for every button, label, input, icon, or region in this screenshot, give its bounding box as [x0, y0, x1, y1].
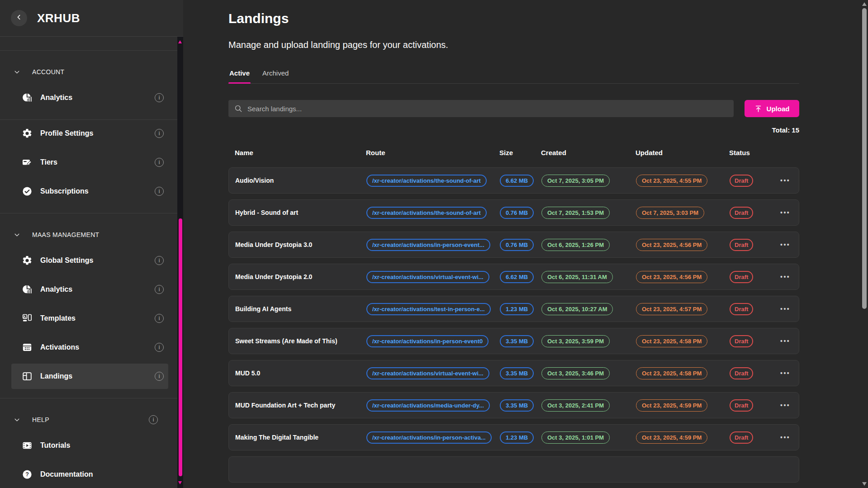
- status-badge: Draft: [730, 399, 753, 412]
- updated-badge: Oct 23, 2025, 4:59 PM: [636, 399, 707, 412]
- table-row[interactable]: Media Under Dystopia 2.0/xr-creator/acti…: [228, 264, 799, 290]
- scroll-down-arrow[interactable]: [178, 481, 182, 484]
- column-header-size: Size: [499, 149, 541, 156]
- cell-updated: Oct 23, 2025, 4:56 PM: [636, 271, 730, 283]
- column-header-route: Route: [366, 149, 499, 156]
- sidebar-header: XRHUB: [0, 0, 183, 37]
- more-options-button[interactable]: •••: [779, 337, 791, 345]
- more-options-button[interactable]: •••: [779, 273, 791, 281]
- more-options-button[interactable]: •••: [779, 401, 791, 409]
- page-scrollbar[interactable]: [860, 0, 868, 488]
- more-options-button[interactable]: •••: [779, 176, 791, 185]
- sidebar-item-subscriptions[interactable]: Subscriptionsi: [11, 179, 168, 204]
- route-badge[interactable]: /xr-creator/activations/in-person-event.…: [366, 239, 490, 251]
- cell-status: Draft: [730, 239, 779, 251]
- sidebar-item-activations[interactable]: Activationsi: [11, 335, 168, 360]
- upload-button[interactable]: Upload: [745, 100, 799, 117]
- more-options-button[interactable]: •••: [779, 369, 791, 377]
- route-badge[interactable]: /xr-creator/activations/in-person-activa…: [366, 431, 492, 444]
- route-badge[interactable]: /xr-creator/activations/virtual-event-wi…: [366, 367, 489, 379]
- sidebar-item-landings[interactable]: Landingsi: [11, 364, 168, 389]
- cell-size: 3.35 MB: [500, 367, 541, 379]
- question-circle-icon: ?: [21, 469, 33, 480]
- route-badge[interactable]: /xr-creator/activations/virtual-event-wi…: [366, 271, 489, 283]
- row-name: Sweet Streams (Are Made of This): [235, 337, 366, 345]
- more-options-button[interactable]: •••: [779, 305, 791, 313]
- sidebar-item-templates[interactable]: Templatesi: [11, 306, 168, 331]
- page-scrollbar-thumb[interactable]: [862, 8, 867, 309]
- table-row-partial[interactable]: [228, 456, 799, 483]
- activations-icon: [21, 341, 33, 353]
- info-icon[interactable]: i: [155, 343, 164, 352]
- search-input[interactable]: [228, 100, 734, 117]
- row-name: Making The Digital Tangible: [235, 434, 366, 441]
- chevron-down-icon: [14, 417, 20, 423]
- scroll-up-arrow[interactable]: [178, 40, 182, 43]
- info-icon[interactable]: i: [155, 256, 164, 265]
- table-row[interactable]: Building AI Agents/xr-creator/activation…: [228, 296, 799, 322]
- sidebar-item-profile-settings[interactable]: Profile Settingsi: [11, 121, 168, 146]
- table-body: Audio/Vision/xr-creator/activations/the-…: [228, 167, 799, 483]
- status-badge: Draft: [730, 335, 753, 347]
- app-title: XRHUB: [37, 11, 80, 25]
- nav-group-header-maas-management[interactable]: MAAS MANAGEMENT: [0, 226, 177, 243]
- analytics-icon: [21, 92, 33, 104]
- more-options-button[interactable]: •••: [779, 433, 791, 441]
- more-options-button[interactable]: •••: [779, 241, 791, 249]
- updated-badge: Oct 7, 2025, 3:03 PM: [636, 207, 704, 219]
- info-icon[interactable]: i: [155, 93, 164, 102]
- table-row[interactable]: MUD Foundation Art + Tech party/xr-creat…: [228, 392, 799, 418]
- route-badge[interactable]: /xr-creator/activations/in-person-event0: [366, 335, 489, 347]
- more-options-button[interactable]: •••: [779, 208, 791, 217]
- nav-group-header-account[interactable]: ACCOUNT: [0, 63, 177, 81]
- table-row[interactable]: Hybrid - Sound of art/xr-creator/activat…: [228, 199, 799, 226]
- nav-group-header-help[interactable]: HELPi: [0, 411, 177, 428]
- cell-size: 3.35 MB: [500, 399, 541, 412]
- sidebar-scrollbar-thumb[interactable]: [179, 218, 182, 476]
- cell-created: Oct 7, 2025, 1:53 PM: [541, 207, 636, 219]
- table-row[interactable]: Sweet Streams (Are Made of This)/xr-crea…: [228, 328, 799, 354]
- table-row[interactable]: Media Under Dystopia 3.0/xr-creator/acti…: [228, 232, 799, 258]
- created-badge: Oct 6, 2025, 1:26 PM: [541, 239, 610, 251]
- sidebar-item-label: Profile Settings: [40, 129, 93, 137]
- sidebar-item-label: Templates: [40, 314, 76, 322]
- tab-active[interactable]: Active: [228, 69, 251, 83]
- table-row[interactable]: Audio/Vision/xr-creator/activations/the-…: [228, 167, 799, 194]
- info-icon[interactable]: i: [155, 372, 164, 381]
- info-icon[interactable]: i: [155, 285, 164, 294]
- page-scroll-up-arrow[interactable]: [862, 2, 867, 6]
- created-badge: Oct 6, 2025, 10:27 AM: [541, 303, 613, 315]
- table-row[interactable]: MUD 5.0/xr-creator/activations/virtual-e…: [228, 360, 799, 386]
- cell-actions: •••: [779, 273, 799, 281]
- sidebar-item-label: Activations: [40, 343, 79, 351]
- sidebar-item-tiers[interactable]: Tiersi: [11, 150, 168, 175]
- route-badge[interactable]: /xr-creator/activations/the-sound-of-art: [366, 207, 487, 219]
- sidebar-item-label: Analytics: [40, 285, 72, 294]
- updated-badge: Oct 23, 2025, 4:56 PM: [636, 271, 707, 283]
- back-button[interactable]: [11, 10, 27, 26]
- info-icon[interactable]: i: [155, 314, 164, 323]
- tab-archived[interactable]: Archived: [261, 69, 289, 83]
- sidebar-scrollbar[interactable]: [177, 37, 183, 488]
- info-icon[interactable]: i: [155, 187, 164, 196]
- sidebar-item-analytics[interactable]: Analyticsi: [11, 85, 168, 110]
- page-scroll-down-arrow[interactable]: [862, 482, 867, 486]
- info-icon[interactable]: i: [155, 158, 164, 167]
- search-icon: [234, 104, 243, 113]
- sidebar-item-documentation[interactable]: ?Documentation: [11, 462, 168, 487]
- info-icon[interactable]: i: [155, 129, 164, 138]
- updated-badge: Oct 23, 2025, 4:59 PM: [636, 431, 707, 444]
- route-badge[interactable]: /xr-creator/activations/test-in-person-e…: [366, 303, 491, 315]
- info-icon[interactable]: i: [149, 415, 158, 424]
- cell-route: /xr-creator/activations/virtual-event-wi…: [366, 367, 500, 379]
- templates-icon: [21, 313, 33, 324]
- sidebar-item-tutorials[interactable]: Tutorials: [11, 433, 168, 458]
- route-badge[interactable]: /xr-creator/activations/media-under-dy..…: [366, 399, 490, 412]
- nav-group: Profile SettingsiTiersiSubscriptionsi: [0, 119, 177, 213]
- row-name: Hybrid - Sound of art: [235, 209, 366, 216]
- sidebar-item-analytics[interactable]: Analyticsi: [11, 277, 168, 302]
- table-row[interactable]: Making The Digital Tangible/xr-creator/a…: [228, 424, 799, 450]
- sidebar-item-global-settings[interactable]: Global Settingsi: [11, 248, 168, 273]
- created-badge: Oct 3, 2025, 3:46 PM: [541, 367, 610, 379]
- route-badge[interactable]: /xr-creator/activations/the-sound-of-art: [366, 175, 487, 187]
